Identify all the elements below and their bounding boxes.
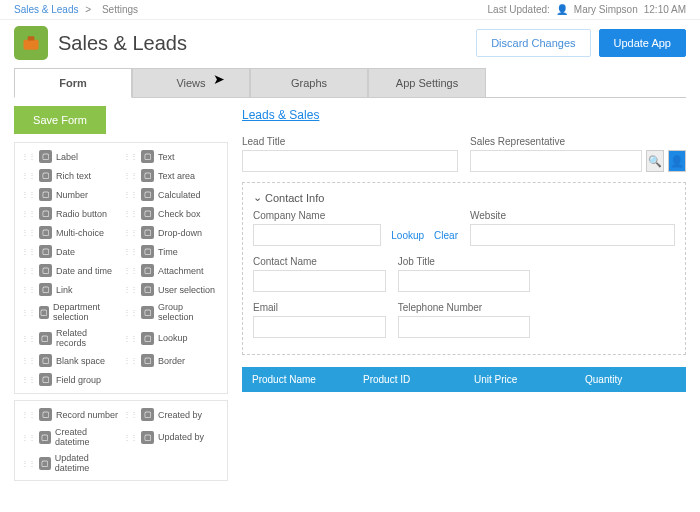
palette-item-label: Record number	[56, 410, 118, 420]
field-type-icon: ▢	[39, 150, 52, 163]
palette-item[interactable]: ⋮⋮▢Multi-choice	[19, 223, 121, 242]
palette-item[interactable]: ⋮⋮▢Date and time	[19, 261, 121, 280]
phone-label: Telephone Number	[398, 302, 531, 313]
tab-form[interactable]: Form	[14, 68, 132, 98]
palette-item[interactable]: ⋮⋮▢Text	[121, 147, 223, 166]
last-updated: Last Updated: 👤 Mary Simpson 12:10 AM	[488, 4, 686, 15]
palette-item[interactable]: ⋮⋮▢Attachment	[121, 261, 223, 280]
palette-item-label: Number	[56, 190, 88, 200]
palette-item[interactable]: ⋮⋮▢Created by	[121, 405, 223, 424]
company-label: Company Name	[253, 210, 458, 221]
grip-icon: ⋮⋮	[21, 459, 35, 468]
palette-item[interactable]: ⋮⋮▢Check box	[121, 204, 223, 223]
palette-item-label: Attachment	[158, 266, 204, 276]
topbar: Sales & Leads > Settings Last Updated: 👤…	[0, 0, 700, 20]
contact-name-input[interactable]	[253, 270, 386, 292]
palette-item[interactable]: ⋮⋮▢Rich text	[19, 166, 121, 185]
palette-item-label: Created by	[158, 410, 202, 420]
palette-item-label: Label	[56, 152, 78, 162]
job-title-input[interactable]	[398, 270, 531, 292]
palette-item[interactable]: ⋮⋮▢Link	[19, 280, 121, 299]
sales-rep-input[interactable]	[470, 150, 642, 172]
palette-item[interactable]: ⋮⋮▢Blank space	[19, 351, 121, 370]
user-picker-button[interactable]: 👤	[668, 150, 686, 172]
form-title-link[interactable]: Leads & Sales	[242, 108, 319, 122]
palette-item-label: Field group	[56, 375, 101, 385]
palette-item[interactable]: ⋮⋮▢Record number	[19, 405, 121, 424]
contact-name-label: Contact Name	[253, 256, 386, 267]
palette-item[interactable]: ⋮⋮▢Radio button	[19, 204, 121, 223]
field-type-icon: ▢	[39, 306, 49, 319]
palette-item-label: Drop-down	[158, 228, 202, 238]
svg-rect-1	[28, 36, 35, 40]
tab-graphs[interactable]: Graphs	[250, 68, 368, 97]
palette-item-label: Link	[56, 285, 73, 295]
clear-button[interactable]: Clear	[434, 230, 458, 241]
lookup-button[interactable]: Lookup	[391, 230, 424, 241]
palette-item[interactable]: ⋮⋮▢Field group	[19, 370, 121, 389]
contact-info-group: ⌄ Contact Info Company Name Lookup Clear…	[242, 182, 686, 355]
group-label: Contact Info	[265, 192, 324, 204]
field-type-icon: ▢	[141, 169, 154, 182]
palette-item[interactable]: ⋮⋮▢Lookup	[121, 325, 223, 351]
grip-icon: ⋮⋮	[123, 190, 137, 199]
group-title[interactable]: ⌄ Contact Info	[253, 191, 675, 204]
field-type-icon: ▢	[39, 264, 52, 277]
phone-input[interactable]	[398, 316, 531, 338]
tab-settings[interactable]: App Settings	[368, 68, 486, 97]
grip-icon: ⋮⋮	[123, 266, 137, 275]
updated-time: 12:10 AM	[644, 4, 686, 15]
palette-item[interactable]: ⋮⋮▢Related records	[19, 325, 121, 351]
lead-title-input[interactable]	[242, 150, 458, 172]
chevron-down-icon: ⌄	[253, 191, 262, 204]
field-type-icon: ▢	[39, 207, 52, 220]
field-type-icon: ▢	[141, 207, 154, 220]
website-input[interactable]	[470, 224, 675, 246]
save-form-button[interactable]: Save Form	[14, 106, 106, 134]
field-type-icon: ▢	[141, 431, 154, 444]
palette-item[interactable]: ⋮⋮▢Number	[19, 185, 121, 204]
palette-item[interactable]: ⋮⋮▢Drop-down	[121, 223, 223, 242]
palette-item[interactable]: ⋮⋮▢Label	[19, 147, 121, 166]
update-button[interactable]: Update App	[599, 29, 687, 57]
company-input[interactable]	[253, 224, 381, 246]
palette-item[interactable]: ⋮⋮▢Text area	[121, 166, 223, 185]
grip-icon: ⋮⋮	[21, 356, 35, 365]
palette-item[interactable]: ⋮⋮▢Calculated	[121, 185, 223, 204]
palette-item-label: Rich text	[56, 171, 91, 181]
breadcrumb-root[interactable]: Sales & Leads	[14, 4, 79, 15]
updated-user: Mary Simpson	[574, 4, 638, 15]
grip-icon: ⋮⋮	[123, 152, 137, 161]
palette-item[interactable]: ⋮⋮▢Group selection	[121, 299, 223, 325]
search-button[interactable]: 🔍	[646, 150, 664, 172]
tab-views[interactable]: Views	[132, 68, 250, 97]
grip-icon: ⋮⋮	[21, 171, 35, 180]
tabs: Form Views Graphs App Settings	[14, 68, 686, 98]
grip-icon: ⋮⋮	[21, 209, 35, 218]
grip-icon: ⋮⋮	[21, 228, 35, 237]
email-input[interactable]	[253, 316, 386, 338]
palette-item[interactable]: ⋮⋮▢Border	[121, 351, 223, 370]
app-icon	[14, 26, 48, 60]
palette-item[interactable]: ⋮⋮▢Department selection	[19, 299, 121, 325]
palette-item[interactable]: ⋮⋮▢Updated by	[121, 424, 223, 450]
job-title-label: Job Title	[398, 256, 531, 267]
palette-item[interactable]: ⋮⋮▢Updated datetime	[19, 450, 121, 476]
lead-title-label: Lead Title	[242, 136, 458, 147]
avatar-icon: 👤	[556, 4, 568, 15]
palette-item[interactable]: ⋮⋮▢Created datetime	[19, 424, 121, 450]
discard-button[interactable]: Discard Changes	[476, 29, 590, 57]
field-type-icon: ▢	[39, 245, 52, 258]
field-type-icon: ▢	[39, 354, 52, 367]
field-type-icon: ▢	[141, 226, 154, 239]
grip-icon: ⋮⋮	[21, 433, 35, 442]
palette-item-label: Related records	[56, 328, 119, 348]
field-type-icon: ▢	[39, 457, 51, 470]
grip-icon: ⋮⋮	[21, 285, 35, 294]
palette-item-label: Group selection	[158, 302, 221, 322]
palette-item[interactable]: ⋮⋮▢User selection	[121, 280, 223, 299]
palette-item[interactable]: ⋮⋮▢Date	[19, 242, 121, 261]
palette-item[interactable]: ⋮⋮▢Time	[121, 242, 223, 261]
palette-item-label: User selection	[158, 285, 215, 295]
sales-rep-label: Sales Representative	[470, 136, 686, 147]
